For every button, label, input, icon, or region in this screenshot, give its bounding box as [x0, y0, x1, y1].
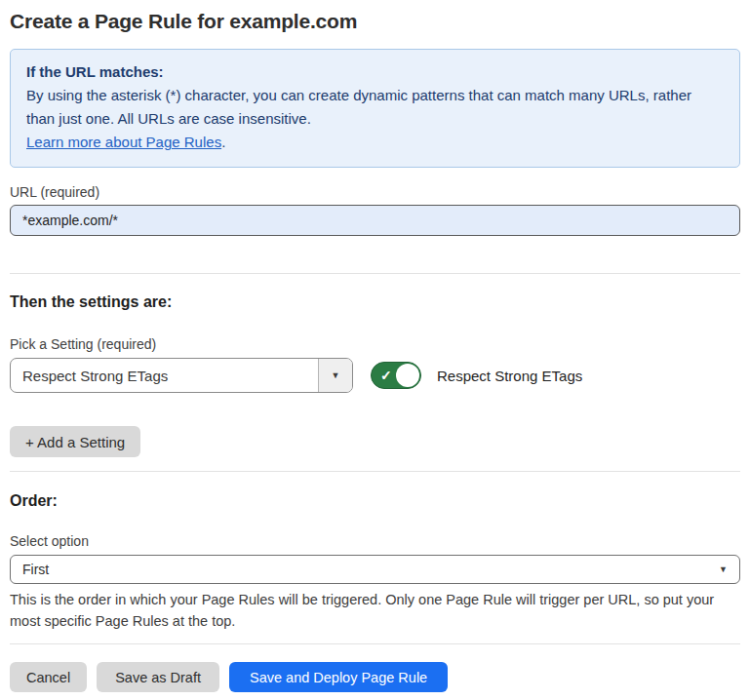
url-input[interactable]: [10, 205, 740, 236]
cancel-button[interactable]: Cancel: [10, 662, 87, 692]
settings-section-heading: Then the settings are:: [10, 293, 740, 311]
setting-row: Respect Strong ETags ▼ ✓ Respect Strong …: [10, 358, 740, 393]
page-rule-form: Create a Page Rule for example.com If th…: [0, 10, 750, 692]
url-match-info-box: If the URL matches: By using the asteris…: [10, 49, 740, 168]
info-box-heading: If the URL matches:: [26, 60, 724, 84]
order-select-value: First: [22, 562, 49, 577]
toggle-knob: [396, 364, 419, 387]
setting-select[interactable]: Respect Strong ETags ▼: [10, 358, 353, 393]
save-and-deploy-button[interactable]: Save and Deploy Page Rule: [229, 662, 448, 692]
link-suffix: .: [221, 134, 225, 150]
divider: [10, 643, 740, 644]
order-select[interactable]: First ▼: [10, 555, 740, 584]
divider: [10, 273, 740, 274]
setting-select-arrow-button[interactable]: ▼: [318, 359, 352, 392]
setting-select-value: Respect Strong ETags: [11, 359, 318, 392]
add-setting-button[interactable]: + Add a Setting: [10, 426, 140, 457]
url-field-label: URL (required): [10, 184, 740, 200]
toggle-label: Respect Strong ETags: [437, 368, 582, 384]
checkmark-icon: ✓: [380, 369, 392, 382]
chevron-down-icon: ▼: [719, 565, 728, 574]
order-section-heading: Order:: [10, 492, 740, 510]
chevron-down-icon: ▼: [332, 371, 340, 380]
etag-toggle[interactable]: ✓: [371, 362, 421, 389]
save-as-draft-button[interactable]: Save as Draft: [97, 662, 219, 692]
learn-more-link[interactable]: Learn more about Page Rules: [26, 134, 221, 150]
pick-setting-label: Pick a Setting (required): [10, 336, 740, 352]
info-box-body: By using the asterisk (*) character, you…: [26, 84, 724, 131]
info-box-link-line: Learn more about Page Rules.: [26, 131, 724, 154]
order-select-label: Select option: [10, 533, 740, 549]
divider: [10, 471, 740, 472]
page-title: Create a Page Rule for example.com: [10, 10, 740, 33]
footer-actions: Cancel Save as Draft Save and Deploy Pag…: [10, 662, 740, 692]
order-help-text: This is the order in which your Page Rul…: [10, 589, 738, 632]
